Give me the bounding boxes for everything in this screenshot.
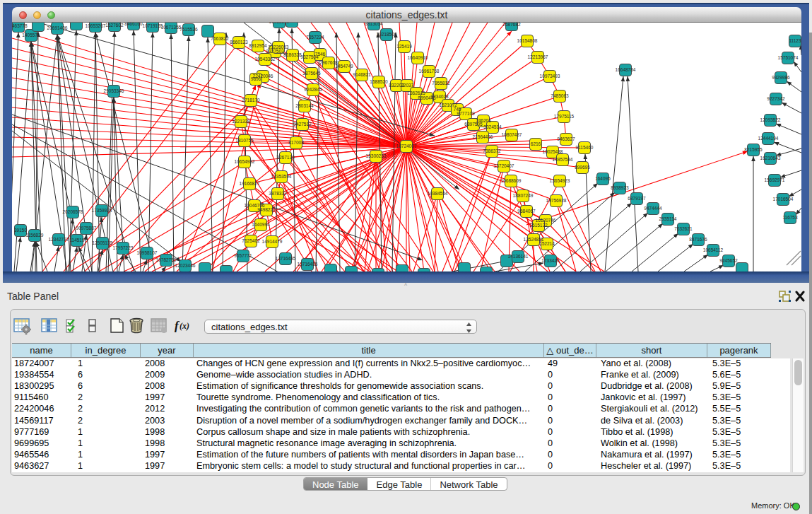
svg-text:12505135: 12505135 — [93, 240, 113, 245]
svg-text:12093822: 12093822 — [760, 117, 781, 122]
svg-text:12342737: 12342737 — [49, 237, 69, 242]
svg-text:9329986: 9329986 — [772, 75, 790, 80]
svg-text:2803144: 2803144 — [295, 103, 314, 108]
svg-text:7632621: 7632621 — [674, 226, 693, 231]
svg-text:18807249: 18807249 — [513, 193, 534, 198]
svg-text:9777109: 9777109 — [457, 111, 475, 116]
svg-text:1640994: 1640994 — [252, 222, 270, 227]
svg-text:6216: 6216 — [531, 141, 541, 146]
svg-text:8215955: 8215955 — [744, 147, 763, 152]
svg-text:1615132: 1615132 — [529, 223, 548, 228]
svg-text:10654112: 10654112 — [703, 247, 724, 252]
svg-text:20691406: 20691406 — [47, 25, 68, 30]
svg-text:1156829: 1156829 — [26, 233, 44, 238]
svg-text:9657771: 9657771 — [234, 253, 252, 258]
svg-text:39150: 39150 — [14, 228, 27, 233]
svg-text:2687682: 2687682 — [502, 23, 521, 27]
svg-text:9463627: 9463627 — [557, 136, 575, 141]
svg-text:9474444: 9474444 — [644, 206, 662, 211]
svg-text:8660123: 8660123 — [230, 40, 248, 45]
svg-text:13654923: 13654923 — [550, 178, 570, 183]
svg-text:10958107: 10958107 — [137, 250, 158, 255]
svg-text:12353594: 12353594 — [271, 174, 292, 179]
svg-text:10154808: 10154808 — [517, 38, 538, 43]
svg-text:19218506: 19218506 — [377, 32, 397, 37]
svg-text:1405571: 1405571 — [22, 33, 40, 37]
svg-text:8813054: 8813054 — [365, 23, 383, 26]
svg-text:1527602: 1527602 — [105, 23, 124, 28]
svg-text:817008: 817008 — [288, 140, 304, 145]
svg-text:8471676: 8471676 — [689, 237, 707, 242]
svg-text:13716485: 13716485 — [298, 262, 318, 267]
svg-text:1733426: 1733426 — [541, 258, 560, 263]
svg-text:12023446: 12023446 — [175, 263, 196, 268]
svg-text:19384554: 19384554 — [428, 191, 448, 196]
svg-text:9227342: 9227342 — [767, 96, 785, 101]
svg-text:17359924: 17359924 — [92, 208, 112, 213]
svg-text:19756928: 19756928 — [546, 198, 567, 203]
svg-text:10782759: 10782759 — [156, 257, 177, 262]
svg-text:1221338: 1221338 — [232, 119, 250, 124]
svg-text:7485063: 7485063 — [551, 93, 569, 98]
svg-text:14914479: 14914479 — [262, 239, 283, 244]
svg-text:164095: 164095 — [595, 176, 611, 181]
svg-text:899695: 899695 — [575, 165, 590, 170]
svg-text:7955812: 7955812 — [432, 81, 450, 86]
svg-text:10654982: 10654982 — [235, 159, 255, 164]
svg-text:19166827: 19166827 — [240, 181, 260, 186]
svg-text:3267130: 3267130 — [276, 155, 295, 160]
svg-text:10973493: 10973493 — [540, 74, 560, 78]
svg-text:29053346: 29053346 — [104, 88, 124, 93]
svg-text:114519: 114519 — [69, 238, 85, 243]
svg-text:7663822: 7663822 — [211, 36, 229, 41]
svg-text:10807487: 10807487 — [502, 132, 522, 137]
svg-text:746206: 746206 — [476, 118, 491, 123]
svg-text:90975887: 90975887 — [76, 226, 97, 230]
svg-text:10653267: 10653267 — [86, 23, 106, 28]
svg-text:9242845: 9242845 — [304, 87, 322, 92]
svg-text:9498222: 9498222 — [257, 207, 276, 212]
svg-text:8186328: 8186328 — [283, 52, 302, 57]
svg-text:152214: 152214 — [539, 241, 555, 246]
svg-text:16640910: 16640910 — [408, 55, 428, 60]
svg-text:1463778: 1463778 — [12, 23, 28, 28]
svg-text:7546: 7546 — [315, 52, 326, 57]
svg-text:9146821: 9146821 — [353, 72, 371, 77]
svg-text:18724007: 18724007 — [396, 144, 417, 148]
svg-text:1362615: 1362615 — [407, 90, 425, 95]
svg-text:9896: 9896 — [251, 76, 261, 81]
svg-text:13716485: 13716485 — [276, 256, 296, 261]
svg-text:1588520: 1588520 — [370, 79, 388, 84]
svg-text:3878332: 3878332 — [269, 191, 287, 196]
svg-text:3454749: 3454749 — [335, 64, 353, 69]
svg-text:3875645: 3875645 — [302, 71, 321, 76]
svg-text:14957584: 14957584 — [553, 157, 573, 162]
svg-text:8912954: 8912954 — [249, 43, 267, 48]
svg-text:15692971: 15692971 — [765, 177, 785, 182]
svg-text:7386372: 7386372 — [483, 148, 501, 153]
svg-text:10688609: 10688609 — [501, 178, 522, 183]
svg-text:12213967: 12213967 — [528, 54, 548, 59]
svg-text:17975115: 17975115 — [554, 114, 575, 119]
svg-text:10025438: 10025438 — [543, 149, 563, 154]
svg-text:17957223: 17957223 — [113, 245, 134, 250]
svg-text:3024514: 3024514 — [483, 124, 502, 129]
svg-text:7515526: 7515526 — [180, 27, 198, 32]
svg-text:8938923: 8938923 — [611, 185, 629, 190]
svg-text:17016504: 17016504 — [773, 197, 794, 201]
svg-text:7625402: 7625402 — [242, 238, 260, 243]
svg-text:9327503: 9327503 — [266, 49, 284, 54]
svg-text:9427512: 9427512 — [293, 122, 312, 127]
svg-text:14136141: 14136141 — [508, 254, 529, 259]
svg-text:20206578: 20206578 — [63, 209, 83, 214]
svg-text:116753: 116753 — [782, 215, 798, 220]
svg-text:9734028: 9734028 — [430, 94, 449, 99]
svg-text:12444194: 12444194 — [758, 136, 779, 141]
svg-text:8466160: 8466160 — [124, 23, 143, 26]
svg-text:15300233: 15300233 — [366, 153, 387, 158]
svg-text:9245652: 9245652 — [719, 258, 738, 263]
svg-text:9115460: 9115460 — [576, 145, 594, 150]
svg-text:10543362: 10543362 — [255, 57, 276, 62]
svg-text:22037: 22037 — [401, 83, 413, 88]
svg-text:1810755: 1810755 — [235, 138, 254, 143]
